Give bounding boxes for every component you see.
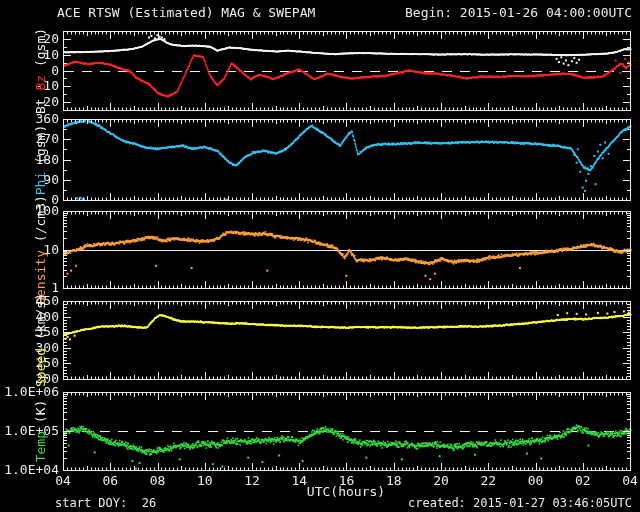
- y-axis-title-part: Temp: [33, 423, 48, 462]
- x-tick-label: 12: [244, 474, 260, 488]
- y-axis-title-part: (/cm3): [33, 195, 48, 242]
- x-tick-label: 08: [150, 474, 166, 488]
- x-tick-label: 02: [575, 474, 591, 488]
- panel-phi-y-axis-title: Phi (gsm): [34, 124, 48, 194]
- x-tick-label: 06: [102, 474, 118, 488]
- y-tick-label: 1.0E+04: [4, 463, 59, 477]
- y-axis-title-part: Speed: [33, 340, 48, 387]
- panel-speed-y-axis-title: Speed (km/s): [34, 293, 48, 387]
- x-tick-label: 04: [622, 474, 638, 488]
- panel-density-y-axis-title: Density (/cm3): [34, 195, 48, 305]
- y-axis-title-part: (km/s): [33, 293, 48, 340]
- axis-labels-layer: 20100-10-20Bt Bz (gsm)360270180900Phi (g…: [0, 0, 640, 512]
- y-axis-title-part: (gsm): [33, 27, 48, 66]
- x-tick-label: 14: [291, 474, 307, 488]
- y-axis-title-part: Bz: [33, 67, 48, 90]
- y-tick-label: 1.0E+06: [4, 385, 59, 399]
- created-timestamp: created: 2015-01-27 03:46:05UTC: [408, 496, 632, 510]
- panel-bt-bz-y-axis-title: Bt Bz (gsm): [34, 27, 48, 113]
- x-axis-title: UTC(hours): [307, 485, 385, 499]
- x-tick-label: 22: [480, 474, 496, 488]
- x-tick-label: 04: [55, 474, 71, 488]
- ace-rtsw-plot-window: ACE RTSW (Estimated) MAG & SWEPAM Begin:…: [0, 0, 640, 512]
- y-tick-label: 0: [51, 64, 59, 78]
- y-axis-title-part: Phi: [33, 163, 48, 194]
- y-tick-label: 1.0E+05: [4, 424, 59, 438]
- x-tick-label: 18: [386, 474, 402, 488]
- y-axis-title-part: (K): [33, 400, 48, 423]
- start-doy-label: start DOY: 26: [55, 496, 156, 510]
- x-tick-label: 10: [197, 474, 213, 488]
- y-axis-title-part: (gsm): [33, 124, 48, 163]
- panel-temp-y-axis-title: Temp (K): [34, 400, 48, 463]
- x-tick-label: 00: [528, 474, 544, 488]
- x-tick-label: 20: [433, 474, 449, 488]
